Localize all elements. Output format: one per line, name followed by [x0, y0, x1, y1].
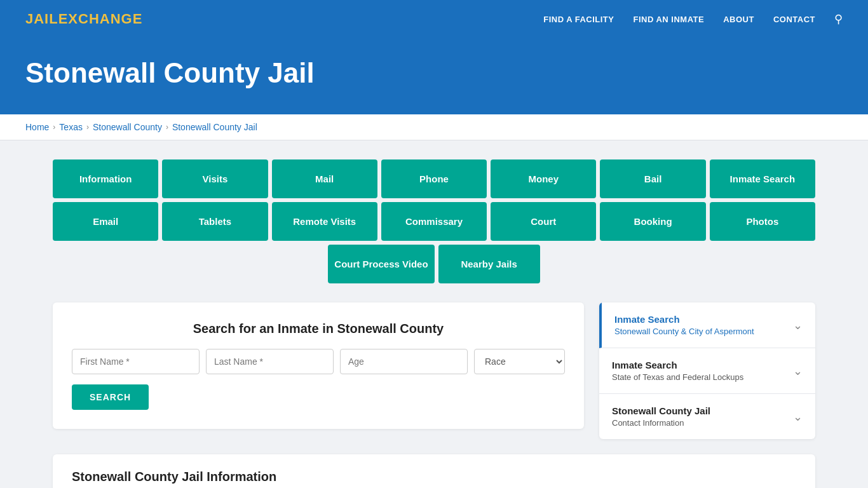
- btn-tablets[interactable]: Tablets: [162, 202, 268, 241]
- btn-booking[interactable]: Booking: [600, 202, 705, 241]
- search-button[interactable]: SEARCH: [72, 384, 149, 410]
- sidebar-item-county-search-text: Inmate Search Stonewall County & City of…: [614, 314, 754, 336]
- breadcrumb-home[interactable]: Home: [25, 122, 49, 132]
- sidebar-item-state-title: Inmate Search: [612, 360, 743, 370]
- btn-court-process-video[interactable]: Court Process Video: [328, 245, 434, 283]
- breadcrumb-county[interactable]: Stonewall County: [93, 122, 162, 132]
- breadcrumb-sep-2: ›: [86, 123, 89, 132]
- btn-visits[interactable]: Visits: [162, 159, 268, 198]
- btn-remote-visits[interactable]: Remote Visits: [272, 202, 377, 241]
- first-name-input[interactable]: [72, 349, 200, 374]
- main-content: Information Visits Mail Phone Money Bail…: [27, 140, 841, 488]
- btn-nearby-jails[interactable]: Nearby Jails: [438, 245, 540, 283]
- age-input[interactable]: [340, 349, 468, 374]
- breadcrumb-current: Stonewall County Jail: [172, 122, 257, 132]
- nav-about[interactable]: ABOUT: [723, 15, 754, 24]
- sidebar-item-contact-subtitle: Contact Information: [612, 418, 710, 428]
- page-title: Stonewall County Jail: [25, 57, 843, 89]
- chevron-down-icon: ⌄: [793, 318, 803, 332]
- chevron-down-icon-2: ⌄: [793, 364, 803, 378]
- race-select[interactable]: Race White Black Hispanic Asian Other: [474, 349, 565, 374]
- breadcrumb-texas[interactable]: Texas: [59, 122, 83, 132]
- hero-section: Stonewall County Jail: [0, 38, 868, 114]
- btn-email[interactable]: Email: [53, 202, 158, 241]
- btn-information[interactable]: Information: [53, 159, 158, 198]
- btn-photos[interactable]: Photos: [710, 202, 815, 241]
- navbar: JAILEXCHANGE FIND A FACILITY FIND AN INM…: [0, 0, 868, 38]
- btn-money[interactable]: Money: [491, 159, 596, 198]
- nav-find-facility[interactable]: FIND A FACILITY: [543, 15, 614, 24]
- search-fields: Race White Black Hispanic Asian Other: [72, 349, 565, 374]
- breadcrumb-bar: Home › Texas › Stonewall County › Stonew…: [0, 114, 868, 140]
- logo-exchange: EXCHANGE: [58, 11, 143, 27]
- nav-links: FIND A FACILITY FIND AN INMATE ABOUT CON…: [543, 12, 843, 26]
- sidebar-item-contact-title: Stonewall County Jail: [612, 405, 710, 416]
- sidebar-item-county-subtitle: Stonewall County & City of Aspermont: [614, 327, 754, 336]
- nav-contact[interactable]: CONTACT: [773, 15, 815, 24]
- btn-bail[interactable]: Bail: [600, 159, 705, 198]
- button-grid-row2: Email Tablets Remote Visits Commissary C…: [53, 202, 815, 241]
- lower-section: Search for an Inmate in Stonewall County…: [53, 302, 815, 439]
- sidebar-item-contact[interactable]: Stonewall County Jail Contact Informatio…: [599, 394, 815, 439]
- breadcrumb: Home › Texas › Stonewall County › Stonew…: [25, 122, 843, 132]
- btn-commissary[interactable]: Commissary: [381, 202, 487, 241]
- sidebar: Inmate Search Stonewall County & City of…: [599, 302, 815, 439]
- inmate-search-box: Search for an Inmate in Stonewall County…: [53, 302, 584, 429]
- info-section: Stonewall County Jail Information: [53, 454, 815, 488]
- btn-court[interactable]: Court: [491, 202, 596, 241]
- nav-find-inmate[interactable]: FIND AN INMATE: [633, 15, 704, 24]
- sidebar-item-state-search-text: Inmate Search State of Texas and Federal…: [612, 360, 743, 382]
- breadcrumb-sep-3: ›: [166, 123, 168, 132]
- logo-jail: JAIL: [25, 11, 58, 27]
- last-name-input[interactable]: [206, 349, 334, 374]
- chevron-down-icon-3: ⌄: [793, 410, 803, 424]
- btn-inmate-search[interactable]: Inmate Search: [710, 159, 815, 198]
- sidebar-item-state-search[interactable]: Inmate Search State of Texas and Federal…: [599, 348, 815, 394]
- sidebar-item-state-subtitle: State of Texas and Federal Lockups: [612, 372, 743, 382]
- button-grid-row1: Information Visits Mail Phone Money Bail…: [53, 159, 815, 198]
- sidebar-item-county-title: Inmate Search: [614, 314, 754, 325]
- btn-mail[interactable]: Mail: [272, 159, 377, 198]
- search-title: Search for an Inmate in Stonewall County: [72, 322, 565, 336]
- search-icon[interactable]: ⚲: [834, 13, 843, 25]
- sidebar-item-contact-text: Stonewall County Jail Contact Informatio…: [612, 405, 710, 428]
- breadcrumb-sep-1: ›: [53, 123, 55, 132]
- info-section-title: Stonewall County Jail Information: [72, 470, 796, 484]
- site-logo[interactable]: JAILEXCHANGE: [25, 11, 142, 27]
- sidebar-item-county-search[interactable]: Inmate Search Stonewall County & City of…: [599, 302, 815, 348]
- button-grid-row3: Court Process Video Nearby Jails: [53, 245, 815, 283]
- btn-phone[interactable]: Phone: [381, 159, 487, 198]
